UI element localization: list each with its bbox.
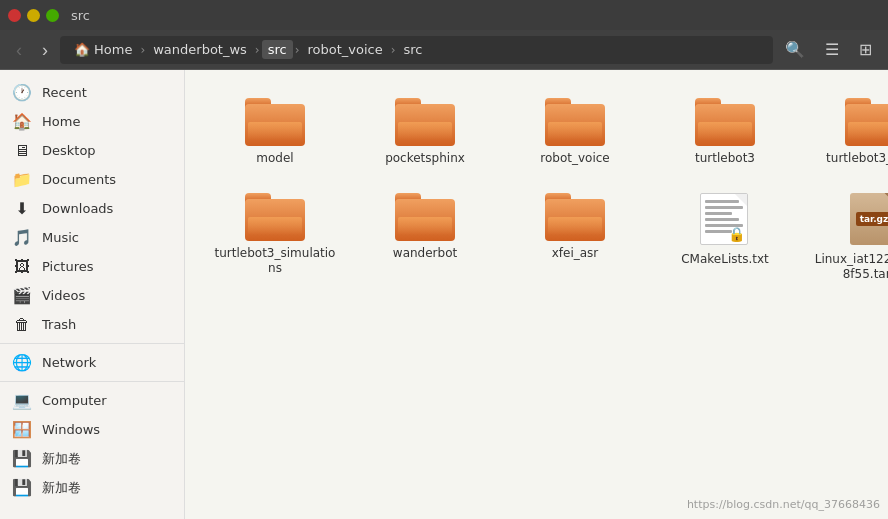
window-controls xyxy=(8,9,59,22)
sidebar-label-volume1: 新加卷 xyxy=(42,450,81,468)
file-item-tarball[interactable]: tar.gz Linux_iat1227_5e608f55.tar.gz xyxy=(805,185,888,291)
sidebar-item-music[interactable]: 🎵 Music xyxy=(0,223,184,252)
watermark: https://blog.csdn.net/qq_37668436 xyxy=(687,498,880,511)
back-button[interactable]: ‹ xyxy=(8,37,30,63)
music-icon: 🎵 xyxy=(12,228,32,247)
file-item-xfei-asr[interactable]: xfei_asr xyxy=(505,185,645,291)
sidebar-label-home: Home xyxy=(42,114,80,129)
sidebar-item-windows[interactable]: 🪟 Windows xyxy=(0,415,184,444)
documents-icon: 📁 xyxy=(12,170,32,189)
sidebar-item-computer[interactable]: 💻 Computer xyxy=(0,386,184,415)
file-item-wanderbot[interactable]: wanderbot xyxy=(355,185,495,291)
sidebar-label-recent: Recent xyxy=(42,85,87,100)
file-item-robot-voice[interactable]: robot_voice xyxy=(505,90,645,175)
list-view-button[interactable]: ☰ xyxy=(817,36,847,63)
breadcrumb-src-2[interactable]: src xyxy=(398,40,429,59)
folder-icon xyxy=(545,193,605,241)
breadcrumb-home-label: Home xyxy=(94,42,132,57)
breadcrumb-robot-voice-label: robot_voice xyxy=(307,42,382,57)
search-button[interactable]: 🔍 xyxy=(777,36,813,63)
sidebar: 🕐 Recent 🏠 Home 🖥 Desktop 📁 Documents ⬇ … xyxy=(0,70,185,519)
file-item-turtlebot3-msgs[interactable]: turtlebot3_msgs xyxy=(805,90,888,175)
clock-icon: 🕐 xyxy=(12,83,32,102)
folder-icon xyxy=(845,98,888,146)
folder-icon xyxy=(395,98,455,146)
drive-icon-1: 💾 xyxy=(12,449,32,468)
breadcrumb-home[interactable]: 🏠 Home xyxy=(68,40,138,59)
file-name-tarball: Linux_iat1227_5e608f55.tar.gz xyxy=(813,252,888,283)
file-name-turtlebot3-simulations: turtlebot3_simulations xyxy=(213,246,337,277)
breadcrumb: 🏠 Home › wanderbot_ws › src › robot_voic… xyxy=(60,36,773,64)
trash-icon: 🗑 xyxy=(12,315,32,334)
file-name-robot-voice: robot_voice xyxy=(540,151,609,167)
breadcrumb-wanderbot[interactable]: wanderbot_ws xyxy=(147,40,253,59)
file-item-model[interactable]: model xyxy=(205,90,345,175)
toolbar: ‹ › 🏠 Home › wanderbot_ws › src › robot_… xyxy=(0,30,888,70)
file-name-pocketsphinx: pocketsphinx xyxy=(385,151,465,167)
file-area: model pocketsphinx robot_voice xyxy=(185,70,888,519)
file-item-turtlebot3[interactable]: turtlebot3 xyxy=(655,90,795,175)
sidebar-item-trash[interactable]: 🗑 Trash xyxy=(0,310,184,339)
windows-icon: 🪟 xyxy=(12,420,32,439)
sidebar-section-network: 🌐 Network xyxy=(0,343,184,377)
file-grid: model pocketsphinx robot_voice xyxy=(205,90,868,291)
breadcrumb-src-2-label: src xyxy=(404,42,423,57)
sidebar-item-volume2[interactable]: 💾 新加卷 xyxy=(0,473,184,502)
minimize-button[interactable] xyxy=(27,9,40,22)
folder-icon xyxy=(395,193,455,241)
file-item-cmake[interactable]: 🔒 CMakeLists.txt xyxy=(655,185,795,291)
home-icon: 🏠 xyxy=(74,42,90,57)
breadcrumb-sep-4: › xyxy=(391,43,396,57)
sidebar-label-pictures: Pictures xyxy=(42,259,93,274)
sidebar-section-devices: 💻 Computer 🪟 Windows 💾 新加卷 💾 新加卷 xyxy=(0,381,184,502)
sidebar-label-videos: Videos xyxy=(42,288,85,303)
sidebar-label-network: Network xyxy=(42,355,96,370)
sidebar-label-trash: Trash xyxy=(42,317,76,332)
file-name-wanderbot: wanderbot xyxy=(393,246,457,262)
sidebar-label-computer: Computer xyxy=(42,393,107,408)
videos-icon: 🎬 xyxy=(12,286,32,305)
sidebar-item-desktop[interactable]: 🖥 Desktop xyxy=(0,136,184,165)
main-area: 🕐 Recent 🏠 Home 🖥 Desktop 📁 Documents ⬇ … xyxy=(0,70,888,519)
folder-icon xyxy=(695,98,755,146)
breadcrumb-wanderbot-label: wanderbot_ws xyxy=(153,42,247,57)
window-title: src xyxy=(71,8,90,23)
textfile-icon: 🔒 xyxy=(700,193,750,247)
computer-icon: 💻 xyxy=(12,391,32,410)
breadcrumb-src[interactable]: src xyxy=(262,40,293,59)
pictures-icon: 🖼 xyxy=(12,257,32,276)
breadcrumb-sep-2: › xyxy=(255,43,260,57)
grid-view-button[interactable]: ⊞ xyxy=(851,36,880,63)
breadcrumb-robot-voice[interactable]: robot_voice xyxy=(301,40,388,59)
breadcrumb-sep-1: › xyxy=(140,43,145,57)
sidebar-label-windows: Windows xyxy=(42,422,100,437)
folder-icon xyxy=(245,193,305,241)
file-name-cmake: CMakeLists.txt xyxy=(681,252,769,268)
drive-icon-2: 💾 xyxy=(12,478,32,497)
network-icon: 🌐 xyxy=(12,353,32,372)
close-button[interactable] xyxy=(8,9,21,22)
sidebar-item-home[interactable]: 🏠 Home xyxy=(0,107,184,136)
breadcrumb-sep-3: › xyxy=(295,43,300,57)
home-icon: 🏠 xyxy=(12,112,32,131)
sidebar-item-volume1[interactable]: 💾 新加卷 xyxy=(0,444,184,473)
sidebar-item-recent[interactable]: 🕐 Recent xyxy=(0,78,184,107)
maximize-button[interactable] xyxy=(46,9,59,22)
toolbar-right: 🔍 ☰ ⊞ xyxy=(777,36,880,63)
file-item-turtlebot3-simulations[interactable]: turtlebot3_simulations xyxy=(205,185,345,291)
title-bar: src xyxy=(0,0,888,30)
sidebar-label-music: Music xyxy=(42,230,79,245)
sidebar-label-documents: Documents xyxy=(42,172,116,187)
sidebar-item-network[interactable]: 🌐 Network xyxy=(0,348,184,377)
downloads-icon: ⬇ xyxy=(12,199,32,218)
file-item-pocketsphinx[interactable]: pocketsphinx xyxy=(355,90,495,175)
folder-icon xyxy=(545,98,605,146)
sidebar-item-pictures[interactable]: 🖼 Pictures xyxy=(0,252,184,281)
sidebar-label-volume2: 新加卷 xyxy=(42,479,81,497)
forward-button[interactable]: › xyxy=(34,37,56,63)
sidebar-item-documents[interactable]: 📁 Documents xyxy=(0,165,184,194)
sidebar-item-videos[interactable]: 🎬 Videos xyxy=(0,281,184,310)
sidebar-item-downloads[interactable]: ⬇ Downloads xyxy=(0,194,184,223)
sidebar-label-downloads: Downloads xyxy=(42,201,113,216)
file-name-xfei-asr: xfei_asr xyxy=(552,246,599,262)
